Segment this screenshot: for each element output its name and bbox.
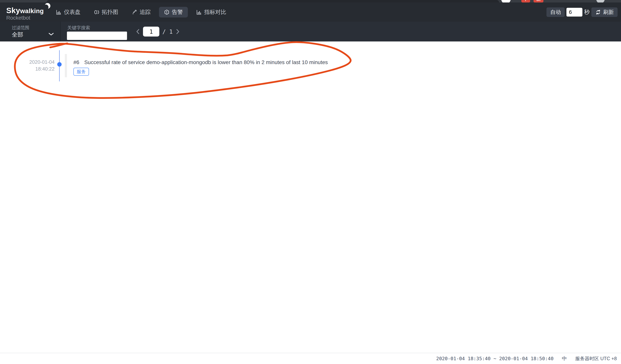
next-page-icon[interactable] — [176, 29, 180, 35]
alarm-date: 2020-01-04 — [17, 59, 54, 65]
server-timezone[interactable]: 服务器时区 UTC +8 — [575, 355, 617, 362]
footer-bar: 2020-01-04 18:35:40 ~ 2020-01-04 18:50:4… — [0, 353, 621, 364]
nav-label: 仪表盘 — [64, 8, 80, 16]
skywalking-logo[interactable]: Skywalking Rocketbot — [6, 4, 52, 21]
alarm-scope-tag[interactable]: 服务 — [73, 68, 89, 76]
alarm-timestamp: 2020-01-04 18:40:22 — [17, 59, 54, 72]
nav-label: 告警 — [172, 8, 183, 16]
keyword-search-input[interactable] — [67, 32, 127, 40]
browser-profile-icon[interactable] — [596, 0, 605, 2]
logo-subtitle: Rocketbot — [6, 15, 52, 21]
navbar: Skywalking Rocketbot 仪表盘 拓扑图 — [0, 2, 621, 22]
keyword-search-label: 关键字搜索 — [67, 25, 90, 31]
time-range-picker[interactable]: 2020-01-04 18:35:40 ~ 2020-01-04 18:50:4… — [436, 356, 553, 361]
logo-text-walking: walking — [20, 7, 44, 15]
prev-page-icon[interactable] — [136, 29, 140, 35]
refresh-button[interactable]: 刷新 — [591, 7, 618, 17]
alarm-hexagon-icon — [164, 9, 170, 15]
refresh-icon — [595, 9, 601, 15]
pagination: / 1 — [136, 22, 180, 41]
topology-icon — [94, 9, 100, 15]
moon-icon — [43, 2, 51, 11]
filter-scope-dropdown[interactable]: 过滤范围 全部 — [0, 22, 61, 41]
chevron-down-icon — [49, 33, 54, 36]
logo-text-sky: Sky — [6, 6, 20, 15]
browser-strip: 7 on — [0, 0, 621, 2]
page-total-label: / 1 — [162, 28, 173, 35]
refresh-label: 刷新 — [603, 9, 614, 16]
main-nav: 仪表盘 拓扑图 追踪 告警 — [51, 2, 235, 22]
refresh-controls: 自动 秒 刷新 — [547, 2, 618, 22]
nav-item-topology[interactable]: 拓扑图 — [89, 7, 123, 17]
trace-route-icon — [132, 9, 137, 15]
entry-divider — [65, 54, 67, 77]
language-toggle[interactable]: 中 — [562, 355, 567, 362]
alarm-list: 2020-01-04 18:40:22 #6 Successful rate o… — [0, 41, 621, 353]
extension-badge[interactable]: on — [534, 0, 543, 2]
timeline-dot-icon — [57, 62, 62, 67]
nav-item-dashboard[interactable]: 仪表盘 — [51, 7, 85, 17]
alarm-time-of-day: 18:40:22 — [17, 65, 54, 72]
nav-label: 指标对比 — [204, 8, 226, 16]
interval-unit-label: 秒 — [584, 8, 590, 16]
browser-address-bar — [47, 0, 499, 2]
filter-scope-value: 全部 — [12, 31, 23, 39]
nav-item-alarm[interactable]: 告警 — [159, 7, 188, 17]
alarm-toolbar: 过滤范围 全部 关键字搜索 / 1 — [0, 22, 621, 41]
nav-label: 追踪 — [139, 8, 151, 16]
browser-avatar-icon[interactable] — [501, 0, 511, 2]
auto-refresh-label: 自动 — [550, 9, 561, 16]
alarm-message-text: Successful rate of service demo-applicat… — [84, 59, 328, 65]
interval-input[interactable] — [567, 8, 582, 17]
alarm-message-row: #6 Successful rate of service demo-appli… — [73, 59, 328, 65]
auto-refresh-button[interactable]: 自动 — [547, 7, 565, 17]
alarm-id: #6 — [73, 59, 79, 65]
nav-label: 拓扑图 — [102, 8, 118, 16]
bar-chart-icon — [196, 9, 202, 15]
extension-badge[interactable]: 7 — [521, 0, 530, 2]
nav-item-comparison[interactable]: 指标对比 — [191, 7, 231, 17]
filter-scope-label: 过滤范围 — [12, 25, 29, 31]
nav-item-trace[interactable]: 追踪 — [127, 7, 155, 17]
bar-chart-icon — [56, 9, 62, 15]
page-number-input[interactable] — [143, 27, 159, 36]
